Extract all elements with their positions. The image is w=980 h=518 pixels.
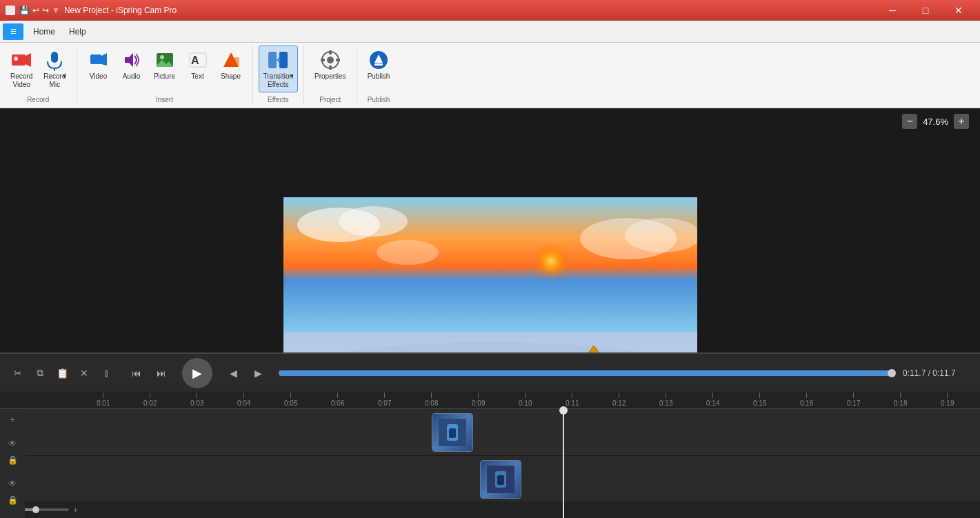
track-2-controls: 👁 🔒 bbox=[4, 475, 21, 508]
shape-icon bbox=[220, 49, 242, 71]
ribbon-group-record: RecordVideo RecordMic ▼ Record bbox=[0, 46, 77, 105]
effects-group-items: TransitionEffects ▼ bbox=[259, 46, 299, 94]
audio-label: Audio bbox=[123, 72, 141, 81]
ruler-mark-1: 0:02 bbox=[143, 392, 157, 407]
track-2-visibility-button[interactable]: 👁 bbox=[4, 475, 21, 492]
ruler-mark-15: 0:16 bbox=[800, 392, 813, 407]
window-controls: ─ □ ✕ bbox=[877, 0, 974, 21]
svg-rect-14 bbox=[231, 57, 239, 66]
ruler-mark-14: 0:15 bbox=[753, 392, 766, 407]
zoom-out-button[interactable]: − bbox=[902, 114, 917, 129]
video-label: Video bbox=[90, 72, 107, 81]
timeline-zoom-slider-handle bbox=[32, 506, 39, 513]
svg-point-44 bbox=[339, 206, 408, 237]
track-1-visibility-button[interactable]: 👁 bbox=[4, 435, 21, 452]
add-track-button[interactable]: + bbox=[4, 412, 21, 428]
svg-point-2 bbox=[14, 57, 18, 61]
save-icon[interactable]: 💾 bbox=[19, 6, 30, 15]
paste-button[interactable]: 📋 bbox=[52, 363, 72, 383]
picture-button[interactable]: Picture bbox=[149, 46, 181, 84]
clip-thumbnail-2 bbox=[481, 461, 521, 498]
menu-item-home[interactable]: Home bbox=[26, 24, 62, 39]
dropdown-arrow[interactable]: ▼ bbox=[52, 6, 60, 15]
transition-effects-button[interactable]: TransitionEffects ▼ bbox=[259, 46, 299, 92]
publish-label: Publish bbox=[368, 72, 390, 81]
redo-icon[interactable]: ↪ bbox=[42, 6, 49, 15]
project-group-items: Properties bbox=[310, 46, 351, 94]
text-label: Text bbox=[191, 72, 203, 81]
zoom-controls: − 47.6% + bbox=[902, 114, 969, 129]
timeline-left-controls: + 👁 🔒 👁 🔒 bbox=[0, 409, 25, 518]
audio-button[interactable]: Audio bbox=[116, 46, 148, 84]
clip-thumbnail-1 bbox=[432, 414, 472, 451]
track-row-2 bbox=[25, 456, 980, 503]
copy-button[interactable]: ⧉ bbox=[30, 363, 50, 383]
effects-group-label: Effects bbox=[268, 94, 288, 105]
zoom-in-button[interactable]: + bbox=[954, 114, 969, 129]
record-video-icon bbox=[10, 49, 32, 71]
publish-icon bbox=[368, 49, 390, 71]
undo-icon[interactable]: ↩ bbox=[32, 6, 39, 15]
minimize-button[interactable]: ─ bbox=[877, 0, 908, 21]
zoom-level: 47.6% bbox=[923, 117, 948, 127]
ruler-mark-16: 0:17 bbox=[847, 392, 860, 407]
prev-frame-button[interactable]: ◀ bbox=[223, 363, 243, 383]
delete-button[interactable]: ✕ bbox=[74, 363, 94, 383]
cut-button[interactable]: ✂ bbox=[8, 363, 28, 383]
text-button[interactable]: A Text bbox=[182, 46, 214, 84]
progress-handle bbox=[888, 369, 896, 377]
svg-rect-21 bbox=[329, 50, 332, 54]
svg-marker-1 bbox=[26, 53, 31, 67]
record-video-button[interactable]: RecordVideo bbox=[6, 46, 37, 92]
record-mic-button[interactable]: RecordMic ▼ bbox=[39, 46, 70, 92]
properties-icon bbox=[319, 49, 341, 71]
svg-rect-5 bbox=[90, 54, 101, 64]
shape-button[interactable]: Shape bbox=[215, 46, 247, 84]
ruler-mark-8: 0:09 bbox=[472, 392, 485, 407]
record-group-items: RecordVideo RecordMic ▼ bbox=[6, 46, 71, 94]
skip-to-start-button[interactable]: ⏮ bbox=[127, 363, 146, 383]
bottom-bar: − + bbox=[0, 501, 980, 518]
project-group-label: Project bbox=[319, 94, 341, 105]
ribbon-group-insert: Video Audio bbox=[77, 46, 253, 105]
insert-group-label: Insert bbox=[156, 94, 173, 105]
window-icon bbox=[6, 6, 15, 15]
ruler-mark-17: 0:18 bbox=[894, 392, 907, 407]
timeline-clip-1[interactable] bbox=[432, 413, 473, 452]
track-1-lock-button[interactable]: 🔒 bbox=[4, 452, 21, 468]
ruler-mark-0: 0:01 bbox=[97, 392, 110, 407]
timeline-zoom-in-icon: + bbox=[73, 506, 77, 514]
edit-buttons: ✂ ⧉ 📋 ✕ ⫿ bbox=[8, 363, 116, 383]
menu-bar: ☰ Home Help bbox=[0, 21, 980, 43]
publish-group-items: Publish bbox=[363, 46, 395, 94]
menu-item-help[interactable]: Help bbox=[62, 24, 93, 39]
transition-effects-icon bbox=[267, 49, 289, 71]
quick-access-toolbar: 💾 ↩ ↪ ▼ bbox=[19, 6, 60, 15]
svg-point-46 bbox=[625, 218, 697, 252]
text-icon: A bbox=[187, 49, 209, 71]
close-button[interactable]: ✕ bbox=[943, 0, 974, 21]
ruler-mark-11: 0:12 bbox=[612, 392, 626, 407]
progress-bar[interactable] bbox=[279, 370, 892, 376]
next-frame-button[interactable]: ▶ bbox=[248, 363, 268, 383]
properties-label: Properties bbox=[314, 72, 346, 81]
title-bar-left: 💾 ↩ ↪ ▼ New Project - iSpring Cam Pro bbox=[6, 6, 177, 15]
publish-button[interactable]: Publish bbox=[363, 46, 395, 84]
video-button[interactable]: Video bbox=[83, 46, 114, 84]
skip-to-end-button[interactable]: ⏭ bbox=[152, 363, 171, 383]
app-menu-button[interactable]: ☰ bbox=[3, 23, 23, 40]
timeline: 0:010:020:030:040:050:060:070:080:090:10… bbox=[0, 392, 980, 518]
ribbon: RecordVideo RecordMic ▼ Record bbox=[0, 43, 980, 108]
maximize-button[interactable]: □ bbox=[910, 0, 941, 21]
ruler-mark-9: 0:10 bbox=[519, 392, 532, 407]
video-icon bbox=[88, 49, 110, 71]
properties-button[interactable]: Properties bbox=[310, 46, 351, 84]
publish-group-label: Publish bbox=[368, 94, 390, 105]
split-button[interactable]: ⫿ bbox=[97, 363, 116, 383]
picture-label: Picture bbox=[154, 72, 175, 81]
ribbon-group-publish: Publish Publish bbox=[357, 46, 401, 105]
play-button[interactable]: ▶ bbox=[182, 358, 212, 388]
timeline-clip-2[interactable] bbox=[480, 460, 521, 499]
track-2-lock-button[interactable]: 🔒 bbox=[4, 492, 21, 508]
window-title: New Project - iSpring Cam Pro bbox=[64, 6, 177, 15]
